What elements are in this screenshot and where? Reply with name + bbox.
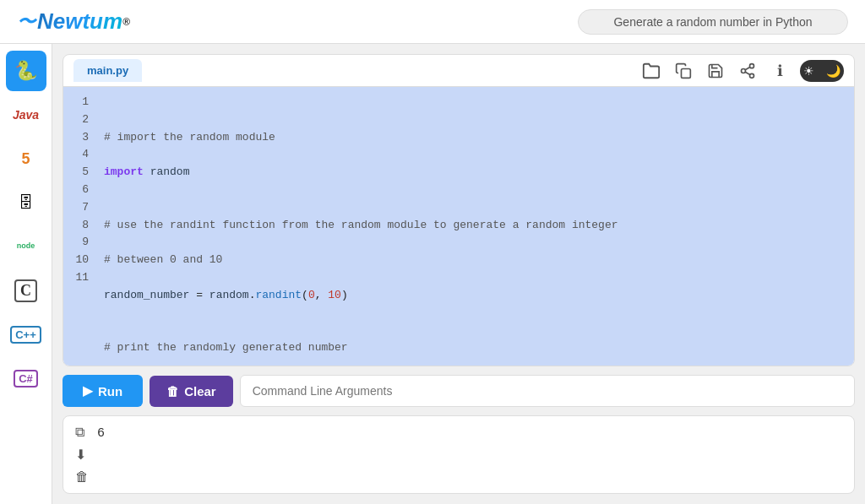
controls-row: ▶ Run 🗑 Clear <box>63 375 855 407</box>
sidebar-item-c[interactable]: C <box>6 270 46 311</box>
java-icon: Java <box>13 108 39 122</box>
sidebar-item-html[interactable]: 5 <box>6 138 46 179</box>
copy-icon[interactable] <box>672 59 695 83</box>
info-icon[interactable]: ℹ <box>768 59 792 83</box>
sidebar: 🐍 Java 5 🗄 node C C++ C# <box>0 44 52 504</box>
code-editor[interactable]: 1 2 3 4 5 6 7 8 9 10 11 # import the ran… <box>63 87 854 366</box>
sidebar-item-python[interactable]: 🐍 <box>6 51 46 91</box>
output-icons: ⧉ ⬇ 🗑 <box>75 425 89 485</box>
share-icon[interactable] <box>736 59 759 83</box>
run-button[interactable]: ▶ Run <box>63 375 143 407</box>
clear-button[interactable]: 🗑 Clear <box>150 376 233 407</box>
open-folder-icon[interactable] <box>639 59 663 83</box>
logo-registered: ® <box>122 16 130 28</box>
html-icon: 5 <box>21 150 30 168</box>
theme-toggle[interactable]: ☀ 🌙 <box>800 60 844 82</box>
clear-trash-icon: 🗑 <box>166 384 179 398</box>
nodejs-icon: node <box>17 242 35 251</box>
output-copy-icon[interactable]: ⧉ <box>75 425 89 440</box>
app-logo: 〜 Newtum ® <box>17 8 130 35</box>
c-icon: C <box>14 279 37 302</box>
cpp-icon: C++ <box>10 326 41 344</box>
clear-label: Clear <box>184 384 216 398</box>
code-line-3: # import the random module <box>104 129 847 147</box>
output-panel: ⧉ ⬇ 🗑 6 <box>63 415 855 494</box>
logo-text: Newtum <box>37 8 122 35</box>
app-header: 〜 Newtum ® Generate a random number in P… <box>0 0 865 44</box>
code-line-6: # use the randint function from the rand… <box>104 217 847 235</box>
logo-icon: 〜 <box>17 9 35 35</box>
main-layout: 🐍 Java 5 🗄 node C C++ C# main.py <box>0 44 865 504</box>
svg-point-3 <box>750 73 754 78</box>
search-bar[interactable]: Generate a random number in Python <box>578 9 848 35</box>
run-label: Run <box>98 384 122 398</box>
svg-line-5 <box>745 67 750 69</box>
save-icon[interactable] <box>704 59 727 83</box>
run-play-icon: ▶ <box>83 383 93 398</box>
file-tab[interactable]: main.py <box>73 59 142 82</box>
svg-point-1 <box>750 63 754 68</box>
output-download-icon[interactable]: ⬇ <box>75 447 89 463</box>
sql-icon: 🗄 <box>19 194 34 212</box>
content-area: main.py <box>52 44 865 504</box>
code-line-4: import random <box>104 164 847 182</box>
code-line-8: random_number = random.randint(0, 10) <box>104 287 847 305</box>
output-delete-icon[interactable]: 🗑 <box>75 469 89 485</box>
code-line-10: # print the randomly generated number <box>104 339 847 357</box>
sidebar-item-cpp[interactable]: C++ <box>6 314 46 355</box>
sun-icon: ☀ <box>803 64 814 78</box>
csharp-icon: C# <box>14 370 38 387</box>
editor-panel: main.py <box>63 54 855 366</box>
editor-toolbar: ℹ ☀ 🌙 <box>639 59 844 83</box>
output-text: 6 <box>97 425 105 441</box>
sidebar-item-java[interactable]: Java <box>6 95 46 135</box>
python-icon: 🐍 <box>14 60 37 82</box>
command-line-input[interactable] <box>240 375 855 407</box>
sidebar-item-csharp[interactable]: C# <box>6 358 46 398</box>
sidebar-item-sql[interactable]: 🗄 <box>6 182 46 223</box>
moon-icon: 🌙 <box>826 64 841 78</box>
svg-point-2 <box>742 68 746 73</box>
sidebar-item-nodejs[interactable]: node <box>6 226 46 267</box>
code-content[interactable]: # import the random module import random… <box>97 87 854 366</box>
line-numbers: 1 2 3 4 5 6 7 8 9 10 11 <box>63 87 97 366</box>
svg-rect-0 <box>682 68 691 78</box>
svg-line-4 <box>745 72 750 74</box>
code-line-7: # between 0 and 10 <box>104 252 847 269</box>
editor-header: main.py <box>63 55 854 87</box>
